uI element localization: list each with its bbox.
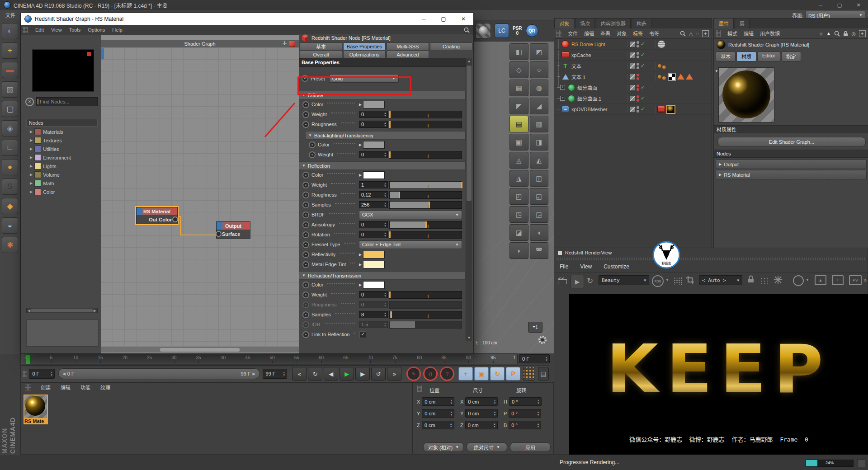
resolution-dropdown[interactable]: < Auto >▼	[699, 275, 742, 285]
menu-view[interactable]: View	[51, 27, 62, 33]
menu-item[interactable]: 文件	[568, 30, 578, 37]
material-tag-icon[interactable]	[666, 105, 675, 114]
modeling-tool-button[interactable]: ◇	[509, 61, 528, 78]
param-checkbox[interactable]: ✓	[359, 331, 366, 338]
drag-handle-icon[interactable]	[23, 27, 28, 33]
expand-icon[interactable]: +	[560, 96, 565, 101]
menu-item[interactable]: 功能	[80, 384, 90, 391]
param-value-field[interactable]: 1▲▼	[359, 181, 388, 188]
snap-grid-button[interactable]	[523, 367, 535, 381]
object-row-1[interactable]: 文本.1	[554, 71, 712, 82]
visibility-dots[interactable]	[637, 74, 639, 80]
param-port-icon[interactable]	[302, 212, 309, 218]
current-frame-field[interactable]: 0 F ▲▼	[519, 354, 550, 363]
rs-material-node[interactable]: RS Material Out Color	[136, 207, 178, 224]
menu-item[interactable]: 编辑	[61, 384, 71, 391]
spinner-arrows-icon[interactable]: ▲▼	[384, 222, 387, 227]
slider-handle[interactable]	[429, 202, 430, 208]
snapshot-icon[interactable]	[558, 277, 567, 284]
clear-search-icon[interactable]: ✕	[25, 98, 34, 106]
tab-editor[interactable]: Editor	[757, 52, 780, 61]
target-icon[interactable]: ◎	[851, 31, 856, 37]
param-port-icon[interactable]	[302, 241, 309, 248]
image-icon[interactable]: ▲	[815, 275, 826, 285]
search-icon[interactable]	[680, 31, 686, 37]
node-category-math[interactable]: ▶Math	[26, 179, 98, 188]
param-value-field[interactable]: 0.12▲▼	[359, 191, 388, 198]
param-slider[interactable]	[389, 301, 462, 309]
modeling-tool-button[interactable]: ◲	[530, 206, 549, 223]
param-value-field[interactable]: 1.5▲▼	[359, 321, 388, 328]
color-swatch[interactable]	[363, 261, 385, 268]
coord-field-y[interactable]: 0 cm▲▼	[422, 409, 454, 418]
drag-handle-icon[interactable]	[556, 257, 866, 261]
cursor-icon[interactable]: ▲	[826, 31, 831, 36]
drag-handle-icon[interactable]	[556, 30, 561, 37]
spinner-arrows-icon[interactable]: ▲▼	[493, 423, 497, 428]
autokey-record-button[interactable]: ✎	[406, 367, 421, 381]
tab-item[interactable]: 基本	[716, 52, 736, 61]
globe-tool[interactable]: ◐	[2, 23, 18, 39]
menu-help[interactable]: Help	[112, 27, 123, 33]
coord-field-y[interactable]: 0 cm▲▼	[465, 409, 498, 418]
expand-arrow-icon[interactable]: ▼	[715, 69, 718, 73]
reverse-cycle-button[interactable]: ↺	[371, 367, 386, 381]
range-left-arrow-icon[interactable]: ◀	[62, 371, 66, 376]
param-value-field[interactable]: 0▲▼	[359, 111, 388, 118]
param-dropdown[interactable]: Color + Edge Tint▼	[359, 240, 462, 249]
next-frame-button[interactable]: ▶	[355, 367, 370, 381]
param-port-icon[interactable]	[302, 121, 309, 128]
layer-icon[interactable]	[630, 42, 635, 47]
coord-field-x[interactable]: 0 cm▲▼	[465, 397, 498, 406]
timeline-ruler[interactable]: 051015202530354045505560657075808590951	[20, 353, 518, 364]
object-row-rs-dome-light[interactable]: RS Dome Light✓	[554, 39, 712, 50]
menu-item[interactable]: 用户数据	[760, 30, 780, 37]
object-row-1[interactable]: +细分曲面.1✓	[554, 93, 712, 104]
layer-icon[interactable]	[630, 96, 635, 101]
expand-icon[interactable]: +	[560, 85, 565, 90]
play-button[interactable]: ▶	[340, 367, 354, 381]
expand-arrow-icon[interactable]: ▶	[30, 164, 33, 168]
modeling-tool-button[interactable]: ◩	[530, 43, 549, 60]
add-panel-icon[interactable]: +	[859, 30, 866, 37]
cache-tag-icon[interactable]	[677, 74, 684, 80]
qr-button[interactable]: QR	[526, 24, 538, 37]
menu-item[interactable]: 编辑	[744, 30, 754, 37]
tab-item[interactable]: 指定	[781, 52, 801, 61]
slider-handle[interactable]	[389, 231, 391, 238]
param-port-icon[interactable]	[302, 251, 309, 258]
param-port-icon[interactable]	[309, 151, 316, 158]
param-port-icon[interactable]	[302, 331, 309, 338]
param-port-icon[interactable]	[302, 192, 309, 198]
node-input-tab[interactable]	[217, 222, 222, 230]
aov-dropdown[interactable]: Beauty▼	[599, 275, 649, 285]
spinner-arrows-icon[interactable]: ▲▼	[450, 399, 454, 404]
lock-icon[interactable]	[748, 275, 754, 283]
modeling-tool-button[interactable]: ◖	[530, 224, 549, 241]
expand-arrow-icon[interactable]: ▶	[30, 181, 33, 185]
spinner-arrows-icon[interactable]: ▲▼	[384, 302, 387, 307]
dome-light-tag-icon[interactable]	[657, 40, 665, 48]
spinner-arrows-icon[interactable]: ▲▼	[493, 411, 497, 416]
menu-item[interactable]: 书签	[649, 30, 659, 37]
rgb-channel-button[interactable]: RGB	[652, 275, 664, 287]
spinner-arrows-icon[interactable]: ▲▼	[537, 423, 541, 428]
gear-tool[interactable]: ✱	[2, 237, 18, 253]
spinner-arrows-icon[interactable]: ▲▼	[384, 112, 387, 117]
param-value-field[interactable]: 8▲▼	[359, 311, 388, 318]
spinner-arrows-icon[interactable]: ▲▼	[384, 322, 387, 327]
scrollbar-thumb[interactable]	[31, 309, 93, 312]
canvas-grid[interactable]	[101, 47, 299, 346]
tab-item[interactable]: 属性	[714, 18, 734, 28]
render-canvas[interactable]: KEEP 微信公众号：野鹿志 微博：野鹿志 作者：马鹿野郎 Frame 0	[569, 294, 868, 455]
menu-item[interactable]: 模式	[727, 30, 737, 37]
modeling-tool-button[interactable]: ◨	[530, 134, 549, 150]
expand-arrow-icon[interactable]: ▶	[30, 190, 33, 194]
search-input[interactable]: Find Nodes...	[36, 97, 98, 106]
param-slider[interactable]	[389, 221, 462, 229]
section-refraction-transmission[interactable]: ▼Refraction/Transmission	[299, 271, 466, 280]
modeling-tool-button[interactable]: ▣	[509, 134, 528, 150]
xpresso-tag-icon[interactable]	[662, 65, 666, 70]
modeling-tool-button[interactable]: ◰	[509, 188, 528, 205]
goto-start-button[interactable]: «	[292, 367, 307, 381]
